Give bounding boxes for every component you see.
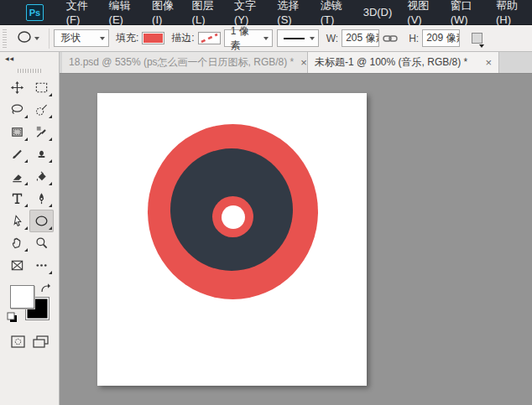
menu-filter[interactable]: 滤镜(T) xyxy=(313,0,356,25)
document-tab-bar: 18.psd @ 535% (ps怎么画一个日历图标, RGB/8) * × 未… xyxy=(60,52,532,74)
fill-label: 填充: xyxy=(116,31,138,45)
menu-file[interactable]: 文件(F) xyxy=(59,0,102,25)
type-tool[interactable] xyxy=(5,188,29,210)
stroke-width-select[interactable]: 1 像素 xyxy=(224,29,273,47)
quick-selection-tool[interactable] xyxy=(29,99,54,122)
canvas-area[interactable] xyxy=(60,74,532,405)
menu-3d[interactable]: 3D(D) xyxy=(356,0,400,25)
menu-help[interactable]: 帮助(H) xyxy=(488,0,532,25)
fill-color-swatch[interactable] xyxy=(142,32,164,44)
width-label: W: xyxy=(326,33,338,44)
lasso-tool[interactable] xyxy=(5,99,29,122)
close-icon[interactable]: × xyxy=(478,57,492,68)
color-controls xyxy=(0,282,59,329)
hand-tool[interactable] xyxy=(5,232,29,255)
document-tab-music-active[interactable]: 未标题-1 @ 100% (音乐, RGB/8) * × xyxy=(308,52,499,73)
rectangular-marquee-tool[interactable] xyxy=(29,76,54,99)
music-icon-hub-hole[interactable] xyxy=(222,205,245,229)
shape-options-button[interactable] xyxy=(472,33,482,44)
screen-mode-icon[interactable] xyxy=(33,335,49,351)
menu-type[interactable]: 文字(Y) xyxy=(227,0,269,25)
link-dimensions-icon[interactable] xyxy=(383,34,398,44)
tab-label: 18.psd @ 535% (ps怎么画一个日历图标, RGB/8) * xyxy=(69,55,294,70)
toolbar-grip[interactable] xyxy=(18,69,41,73)
tool-mode-value: 形状 xyxy=(60,31,81,45)
move-tool[interactable] xyxy=(5,76,29,99)
eyedropper-tool[interactable] xyxy=(29,121,54,143)
toolbar-footer xyxy=(0,329,59,351)
tab-label: 未标题-1 @ 100% (音乐, RGB/8) * xyxy=(315,55,467,70)
chevron-down-icon xyxy=(310,37,315,40)
options-grip[interactable] xyxy=(3,29,7,48)
stroke-color-swatch[interactable] xyxy=(198,32,221,44)
menu-select[interactable]: 选择(S) xyxy=(269,0,312,25)
menu-view[interactable]: 视图(V) xyxy=(399,0,442,25)
pen-tool[interactable] xyxy=(29,188,54,210)
chevron-down-icon xyxy=(479,44,484,48)
tool-mode-select[interactable]: 形状 xyxy=(54,29,109,47)
artboard[interactable] xyxy=(97,93,367,386)
divider xyxy=(49,29,50,49)
menu-edit[interactable]: 编辑(E) xyxy=(102,0,144,25)
options-bar: 形状 填充: 描边: 1 像素 W: 205 像素 H: 209 像素 xyxy=(0,25,532,52)
chevron-down-icon xyxy=(34,37,39,40)
main-area: ◀◀ xyxy=(0,52,532,405)
default-colors-icon[interactable] xyxy=(7,312,18,327)
shape-width-field[interactable]: 205 像素 xyxy=(342,29,379,47)
photoshop-logo: Ps xyxy=(26,4,44,21)
tool-grid xyxy=(0,76,59,277)
eraser-tool[interactable] xyxy=(5,165,29,188)
document-tab-calendar[interactable]: 18.psd @ 535% (ps怎么画一个日历图标, RGB/8) * × xyxy=(62,52,308,73)
ellipse-tool[interactable] xyxy=(29,210,54,232)
menu-bar: Ps 文件(F) 编辑(E) 图像(I) 图层(L) 文字(Y) 选择(S) 滤… xyxy=(0,0,532,25)
quick-mask-icon[interactable] xyxy=(11,335,25,351)
swap-colors-icon[interactable] xyxy=(39,282,51,297)
zoom-tool[interactable] xyxy=(29,232,54,255)
close-icon[interactable]: × xyxy=(294,57,307,68)
clone-stamp-tool[interactable] xyxy=(29,143,54,166)
menu-items: 文件(F) 编辑(E) 图像(I) 图层(L) 文字(Y) 选择(S) 滤镜(T… xyxy=(59,0,532,25)
ellipse-tool-icon xyxy=(17,29,32,47)
shape-height-field[interactable]: 209 像素 xyxy=(422,29,460,47)
brush-tool[interactable] xyxy=(5,143,29,166)
workspace: 18.psd @ 535% (ps怎么画一个日历图标, RGB/8) * × 未… xyxy=(60,52,532,405)
foreground-color-swatch[interactable] xyxy=(10,285,34,309)
edit-toolbar-button[interactable] xyxy=(29,254,54,277)
height-label: H: xyxy=(409,33,419,44)
active-tool-preset[interactable] xyxy=(12,29,44,47)
menu-layer[interactable]: 图层(L) xyxy=(185,0,227,25)
chevron-down-icon xyxy=(100,37,105,40)
collapse-toolbar-button[interactable]: ◀◀ xyxy=(0,52,59,65)
tools-panel: ◀◀ xyxy=(0,52,60,405)
frame-tool[interactable] xyxy=(5,254,29,277)
menu-window[interactable]: 窗口(W) xyxy=(443,0,488,25)
crop-tool[interactable] xyxy=(5,121,29,143)
stroke-label: 描边: xyxy=(171,31,194,45)
stroke-width-value: 1 像素 xyxy=(231,24,258,53)
paint-bucket-tool[interactable] xyxy=(29,165,54,188)
solid-line-icon xyxy=(284,38,305,39)
chevron-down-icon xyxy=(263,37,269,40)
stroke-type-select[interactable] xyxy=(277,29,319,47)
path-selection-tool[interactable] xyxy=(5,210,29,232)
menu-image[interactable]: 图像(I) xyxy=(144,0,185,25)
